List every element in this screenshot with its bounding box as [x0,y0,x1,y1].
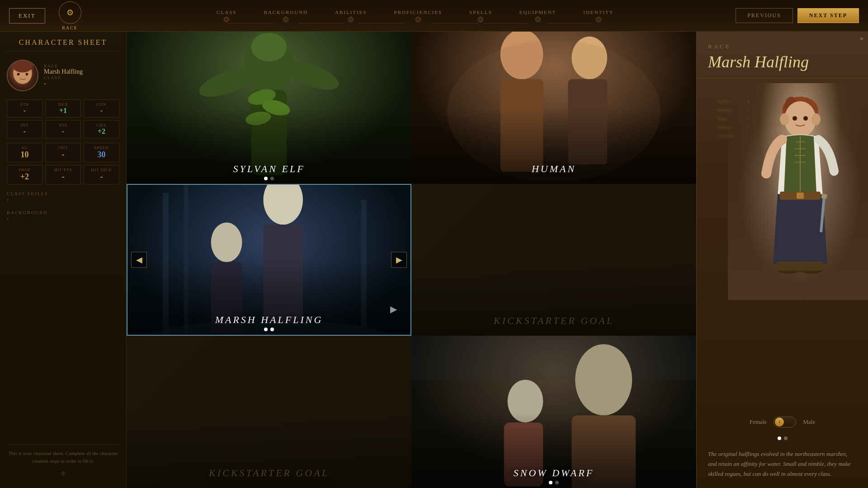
previous-button[interactable]: PREVIOUS [736,8,793,23]
nav-dot-class [224,17,229,22]
race-card-kickstarter-2: KICKSTARTER GOAL [127,336,411,488]
stat-con: CON - [84,99,119,117]
gender-toggle[interactable]: ♀ [774,417,796,427]
marsh-dots [127,328,410,331]
char-footer: This is your character sheet. Complete a… [7,445,119,465]
detail-corner-decoration: ✦ [859,35,864,43]
stat-bar-defense: Defense [717,125,749,130]
snow-label: SNOW DWARF [411,467,696,479]
stat-bar-strength: Strength [717,108,749,113]
race-label: RACE [44,64,119,68]
stat-str: STR - [7,99,42,117]
stat-cha: CHA +2 [84,120,119,138]
stat-grid: STR - DEX +1 CON - INT - WIS - CHA +2 [7,99,119,138]
svg-point-42 [780,113,789,125]
svg-point-43 [811,113,821,125]
class-label: CLASS [44,75,119,80]
snow-dots [411,481,696,484]
race-detail-panel: ✦ RACE Marsh Halfling [696,32,868,488]
nav-dot-background [283,17,288,22]
svg-rect-54 [776,262,801,271]
stat-bar-agility: Agility [717,99,749,104]
gender-toggle-row: Female ♀ Male [697,410,868,434]
gender-thumb: ♀ [775,418,784,427]
gender-symbol: ♀ [778,419,782,424]
character-sheet: Character Sheet RACE Marsh Halfling [0,32,127,488]
race-description: The original halflings evolved in the no… [697,445,868,488]
nav-step-class[interactable]: CLASS [203,9,250,22]
combat-prof: PROF +2 [7,165,42,184]
carousel-next-button[interactable]: ▶ [391,252,407,267]
nav-buttons: PREVIOUS NEXT STEP [736,8,859,23]
carousel-prev-button[interactable]: ◀ [131,252,147,267]
combat-grid: AC 10 INIT - SPEED 30 PROF +2 HIT PTS - … [7,143,119,184]
nav-dot-proficiencies [415,17,421,22]
nav-dot-spells [478,17,483,22]
race-card-snow-dwarf[interactable]: SNOW DWARF [411,336,696,488]
top-nav: EXIT RACE CLASS BACKGROUND ABILITIES PRO… [0,0,868,32]
class-skills-section: CLASS SKILLS - [7,189,119,203]
bottom-decoration: ⚜ [7,469,119,481]
detail-section-label: RACE [697,32,868,52]
detail-stat-bars: Agility Strength Magic Defense Charisma [706,92,760,145]
svg-point-40 [793,116,797,121]
nav-step-equipment[interactable]: EQUIPMENT [506,9,570,22]
combat-ac: AC 10 [7,143,42,162]
avatar [7,60,38,91]
nav-dot-identity [596,17,601,22]
dot-2 [270,328,274,331]
dot-2 [270,177,274,180]
dot-1 [549,481,552,484]
avatar-art [8,61,38,90]
svg-rect-56 [799,262,824,271]
race-grid-container: SYLVAN ELF [127,32,696,488]
race-card-sylvan-elf[interactable]: SYLVAN ELF [127,32,411,184]
kickstarter-overlay-1 [411,184,696,336]
race-value: Marsh Halfling [44,68,119,75]
svg-point-3 [26,73,28,75]
svg-rect-52 [821,194,827,199]
nav-dot-abilities [348,17,354,22]
male-label: Male [803,418,815,426]
nav-step-identity[interactable]: IDENTITY [570,9,613,22]
race-card-marsh-halfling[interactable]: MARSH HALFLING ▶ ◀ ▶ [127,184,411,336]
marsh-label: MARSH HALFLING [127,314,410,326]
race-nav-icon [59,1,81,24]
stat-bar-magic: Magic [717,116,749,121]
exit-button[interactable]: EXIT [9,8,45,23]
portrait-dots [697,434,868,445]
background-section: BACKGROUND - [7,208,119,222]
sylvan-overlay [127,32,411,184]
dot-2 [555,481,559,484]
sylvan-dots [127,177,411,180]
human-label: HUMAN [411,163,696,175]
human-overlay [411,32,696,184]
char-avatar-row: RACE Marsh Halfling CLASS - [7,56,119,95]
cursor-icon: ▶ [390,304,397,314]
combat-hitdice: HIT DICE - [84,165,119,184]
nav-step-proficiencies[interactable]: PROFICIENCIES [381,9,456,22]
svg-point-41 [803,116,808,121]
nav-steps: CLASS BACKGROUND ABILITIES PROFICIENCIES… [81,9,736,22]
kickstarter-label-2: KICKSTARTER GOAL [127,467,411,479]
combat-hitpts: HIT PTS - [45,165,81,184]
svg-point-2 [17,73,20,75]
stat-wis: WIS - [45,120,81,138]
kickstarter-overlay-2 [127,336,411,488]
avatar-svg [8,60,38,91]
nav-dot-equipment [535,17,541,22]
race-grid: SYLVAN ELF [127,32,696,488]
nav-step-abilities[interactable]: ABILITIES [321,9,381,22]
race-card-human[interactable]: HUMAN [411,32,696,184]
nav-step-spells[interactable]: SPELLS [456,9,506,22]
stat-int: INT - [7,120,42,138]
next-step-button[interactable]: NEXT STEP [797,8,859,23]
kickstarter-label-1: KICKSTARTER GOAL [411,315,696,327]
nav-step-background[interactable]: BACKGROUND [250,9,321,22]
dot-1 [264,177,268,180]
class-value: - [44,80,119,87]
marsh-overlay [127,185,410,335]
stat-bar-charisma: Charisma [717,133,749,138]
char-info: RACE Marsh Halfling CLASS - [44,64,119,87]
dot-1 [264,328,268,331]
